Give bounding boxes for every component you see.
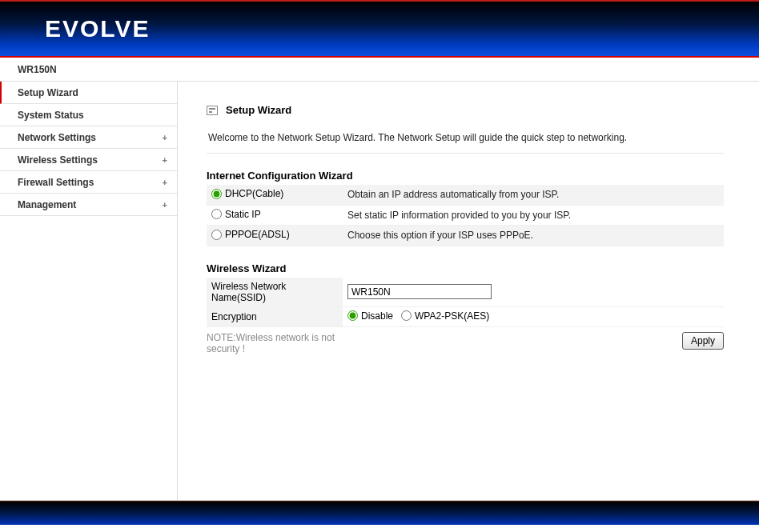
- page-title-row: Setup Wizard: [207, 104, 724, 126]
- radio-enc-disable-input[interactable]: [347, 310, 358, 321]
- wireless-wizard-table: Wireless Network Name(SSID) Encryption D…: [207, 278, 724, 328]
- encryption-label: Encryption: [207, 306, 343, 327]
- option-row-static: Static IP Set static IP information prov…: [207, 205, 724, 226]
- radio-dhcp-input[interactable]: [211, 189, 222, 199]
- sidebar-item-wireless-settings[interactable]: Wireless Settings +: [0, 149, 177, 171]
- encryption-row: Encryption Disable WPA2-PSK(AES): [207, 306, 724, 327]
- expand-icon: +: [163, 133, 167, 142]
- option-row-dhcp: DHCP(Cable) Obtain an IP address automat…: [207, 185, 724, 205]
- sidebar-item-system-status[interactable]: System Status: [0, 104, 177, 126]
- sidebar-item-setup-wizard[interactable]: Setup Wizard: [0, 82, 177, 104]
- radio-enc-wpa2-input[interactable]: [401, 310, 412, 321]
- expand-icon: +: [163, 155, 167, 165]
- radio-static-input[interactable]: [211, 209, 222, 219]
- sidebar-item-label: Management: [18, 199, 76, 210]
- sidebar-item-firewall-settings[interactable]: Firewall Settings +: [0, 171, 177, 194]
- internet-wizard-title: Internet Configuration Wizard: [207, 170, 724, 182]
- footer: [0, 501, 759, 525]
- ssid-input[interactable]: [347, 284, 492, 299]
- radio-enc-disable[interactable]: Disable: [347, 310, 393, 322]
- sidebar: Setup Wizard System Status Network Setti…: [0, 82, 178, 500]
- radio-static[interactable]: Static IP: [211, 209, 261, 220]
- radio-enc-disable-label: Disable: [361, 310, 393, 322]
- layout: Setup Wizard System Status Network Setti…: [0, 82, 759, 501]
- security-note: NOTE:Wireless network is not security !: [207, 332, 359, 354]
- option-row-pppoe: PPPOE(ADSL) Choose this option if your I…: [207, 226, 724, 246]
- header: EVOLVE: [0, 0, 759, 58]
- sidebar-item-label: Setup Wizard: [18, 87, 78, 98]
- brand-logo: EVOLVE: [45, 15, 150, 42]
- breadcrumb: WR150N: [0, 58, 759, 82]
- intro-text: Welcome to the Network Setup Wizard. The…: [207, 126, 724, 154]
- page-title: Setup Wizard: [226, 104, 291, 116]
- radio-dhcp-label: DHCP(Cable): [225, 188, 283, 199]
- wizard-icon: [207, 106, 218, 115]
- ssid-row: Wireless Network Name(SSID): [207, 278, 724, 307]
- wireless-wizard-title: Wireless Wizard: [207, 262, 724, 274]
- apply-button[interactable]: Apply: [682, 332, 724, 350]
- note-row: NOTE:Wireless network is not security ! …: [207, 327, 724, 354]
- ssid-label: Wireless Network Name(SSID): [207, 278, 343, 307]
- sidebar-item-network-settings[interactable]: Network Settings +: [0, 126, 177, 149]
- sidebar-item-label: Firewall Settings: [18, 177, 94, 188]
- radio-static-label: Static IP: [225, 209, 261, 220]
- expand-icon: +: [163, 178, 167, 187]
- model-label: WR150N: [18, 64, 57, 75]
- sidebar-item-label: Wireless Settings: [18, 154, 98, 166]
- radio-dhcp[interactable]: DHCP(Cable): [211, 188, 283, 199]
- static-desc: Set static IP information provided to yo…: [343, 205, 724, 226]
- radio-enc-wpa2-label: WPA2-PSK(AES): [415, 310, 489, 322]
- main-content: Setup Wizard Welcome to the Network Setu…: [178, 82, 759, 500]
- sidebar-item-label: System Status: [18, 110, 84, 121]
- radio-enc-wpa2[interactable]: WPA2-PSK(AES): [401, 310, 489, 322]
- sidebar-item-management[interactable]: Management +: [0, 194, 177, 216]
- dhcp-desc: Obtain an IP address automatically from …: [343, 185, 724, 205]
- radio-pppoe-label: PPPOE(ADSL): [225, 229, 290, 240]
- radio-pppoe[interactable]: PPPOE(ADSL): [211, 229, 290, 240]
- sidebar-item-label: Network Settings: [18, 132, 96, 143]
- pppoe-desc: Choose this option if your ISP uses PPPo…: [343, 226, 724, 246]
- internet-wizard-table: DHCP(Cable) Obtain an IP address automat…: [207, 185, 724, 246]
- radio-pppoe-input[interactable]: [211, 230, 222, 240]
- expand-icon: +: [163, 200, 167, 210]
